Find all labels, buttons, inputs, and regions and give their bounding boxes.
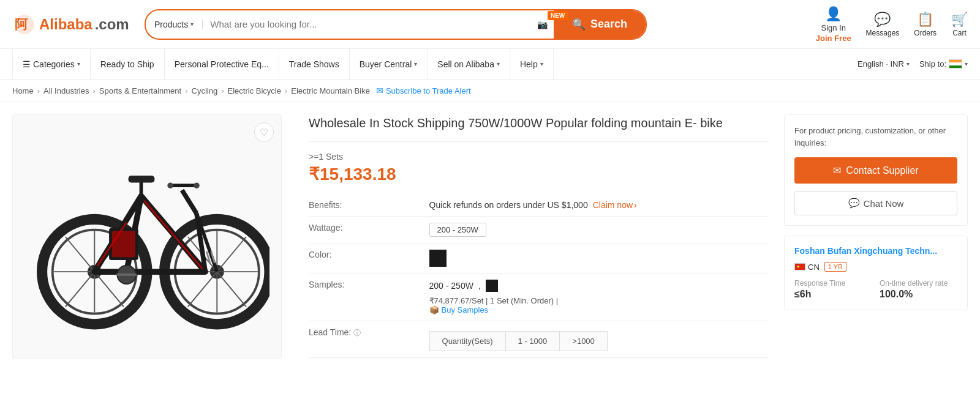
claim-arrow-icon: › [634, 200, 637, 210]
breadcrumb-electric-mountain-bike[interactable]: Electric Mountain Bike [291, 86, 370, 95]
breadcrumb-home[interactable]: Home [12, 86, 34, 95]
lead-time-col-qty: Quantity(Sets) [429, 332, 505, 351]
lead-time-header-row: Quantity(Sets) 1 - 1000 >1000 [429, 332, 607, 351]
color-swatch-black[interactable] [429, 250, 447, 267]
subscribe-label: Subscribe to Trade Alert [386, 86, 471, 95]
messages-action[interactable]: 💬 Messages [866, 12, 900, 37]
product-price: ₹15,133.18 [309, 164, 769, 184]
sign-in-label: Sign In [821, 23, 845, 32]
products-dropdown[interactable]: Products ▾ [146, 20, 203, 29]
samples-label: Samples: [309, 274, 429, 321]
sample-color-swatch[interactable] [486, 280, 498, 292]
trade-shows-label: Trade Shows [289, 59, 339, 69]
cart-action[interactable]: 🛒 Cart [951, 12, 968, 37]
breadcrumb-cycling[interactable]: Cycling [192, 86, 218, 95]
ready-to-ship-label: Ready to Ship [100, 59, 154, 69]
ship-to-chevron-icon: ▾ [965, 61, 968, 67]
search-input[interactable] [203, 19, 531, 29]
svg-text:阿: 阿 [15, 17, 28, 31]
subscribe-trade-alert[interactable]: ✉ Subscribe to Trade Alert [376, 86, 471, 95]
chat-now-button[interactable]: 💬 Chat Now [794, 191, 957, 215]
samples-row: Samples: 200 - 250W , ₹74,877.67/Set | 1… [309, 274, 769, 321]
sell-chevron-icon: ▾ [497, 61, 500, 67]
buyer-central-nav[interactable]: Buyer Central ▾ [350, 49, 428, 79]
ready-to-ship-nav[interactable]: Ready to Ship [91, 49, 165, 79]
header-actions: 👤 Sign In Join Free 💬 Messages 📋 Orders … [816, 6, 968, 43]
delivery-rate-stat: On-time delivery rate 100.0% [880, 279, 957, 300]
wishlist-button[interactable]: ♡ [254, 122, 274, 142]
header: 阿 Alibaba .com Products ▾ 📷 NEW 🔍 Search… [0, 0, 980, 49]
buy-samples-link[interactable]: 📦 Buy Samples [429, 305, 769, 315]
navbar: ☰ Categories ▾ Ready to Ship Personal Pr… [0, 49, 980, 80]
breadcrumb-electric-bicycle[interactable]: Electric Bicycle [228, 86, 281, 95]
logo-text: Alibaba [39, 16, 92, 33]
product-image [24, 133, 270, 341]
min-order: >=1 Sets [309, 152, 769, 162]
chat-now-label: Chat Now [864, 198, 904, 209]
samples-value: 200 - 250W , ₹74,877.67/Set | 1 Set (Min… [429, 274, 769, 321]
supplier-stats: Response Time ≤6h On-time delivery rate … [794, 279, 957, 300]
sign-in-action[interactable]: 👤 Sign In Join Free [816, 6, 851, 43]
samples-line1: 200 - 250W , [429, 280, 769, 292]
sell-on-alibaba-label: Sell on Alibaba [437, 59, 494, 69]
ppe-nav[interactable]: Personal Protective Eq... [165, 49, 279, 79]
breadcrumb: Home › All Industries › Sports & Enterta… [0, 80, 980, 102]
wattage-value: 200 - 250W [429, 217, 769, 244]
ship-to-label: Ship to: [919, 59, 946, 69]
orders-icon: 📋 [917, 12, 933, 28]
trade-shows-nav[interactable]: Trade Shows [279, 49, 350, 79]
claim-label: Claim now [593, 200, 633, 210]
inquiry-text: For product pricing, customization, or o… [794, 125, 957, 149]
svg-line-20 [182, 190, 197, 214]
help-chevron-icon: ▾ [540, 61, 543, 67]
lead-time-text: Lead Time: [309, 327, 351, 337]
categories-nav[interactable]: ☰ Categories ▾ [12, 49, 91, 79]
lead-time-table: Quantity(Sets) 1 - 1000 >1000 [429, 331, 608, 351]
response-time-label: Response Time [794, 279, 872, 288]
wattage-badge[interactable]: 200 - 250W [429, 223, 486, 237]
orders-label: Orders [914, 29, 937, 37]
product-image-container: ♡ [12, 114, 282, 359]
help-nav[interactable]: Help ▾ [510, 49, 554, 79]
svg-point-23 [194, 182, 200, 188]
ship-to-selector[interactable]: Ship to: ▾ [919, 59, 968, 69]
new-badge: NEW [548, 11, 568, 20]
year-badge: 1 YR [824, 262, 846, 272]
logo-domain: .com [95, 16, 129, 33]
supplier-name[interactable]: Foshan Bufan Xingchuang Techn... [794, 246, 957, 256]
cart-label: Cart [952, 29, 967, 37]
language-label: English · INR [858, 59, 904, 69]
benefits-content: Quick refunds on orders under US $1,000 … [429, 200, 769, 210]
delivery-rate-value: 100.0% [880, 289, 957, 300]
india-flag-icon [949, 59, 962, 69]
benefits-row: Benefits: Quick refunds on orders under … [309, 194, 769, 217]
logo[interactable]: 阿 Alibaba .com [12, 12, 135, 37]
samples-content: 200 - 250W , ₹74,877.67/Set | 1 Set (Min… [429, 280, 769, 315]
breadcrumb-sep-5: › [285, 86, 287, 95]
country-code: CN [808, 262, 820, 272]
lead-time-value: Quantity(Sets) 1 - 1000 >1000 [429, 321, 769, 358]
envelope-icon: ✉ [833, 165, 841, 176]
breadcrumb-sports[interactable]: Sports & Entertainment [99, 86, 181, 95]
products-chevron-icon: ▾ [190, 21, 194, 28]
benefits-text: Quick refunds on orders under US $1,000 [429, 200, 588, 210]
camera-icon[interactable]: 📷 [531, 20, 554, 29]
response-time-value: ≤6h [794, 289, 872, 300]
claim-now-link[interactable]: Claim now › [593, 200, 637, 210]
orders-action[interactable]: 📋 Orders [914, 12, 937, 37]
svg-point-22 [167, 182, 173, 188]
response-time-stat: Response Time ≤6h [794, 279, 872, 300]
search-button-label: Search [590, 18, 627, 31]
language-selector[interactable]: English · INR ▾ [858, 59, 910, 69]
product-attributes-table: Benefits: Quick refunds on orders under … [309, 194, 769, 358]
lead-time-info-icon: ⓘ [353, 329, 361, 337]
benefits-label: Benefits: [309, 194, 429, 217]
contact-supplier-button[interactable]: ✉ Contact Supplier [794, 157, 957, 184]
chat-icon: 💬 [848, 198, 860, 209]
breadcrumb-all-industries[interactable]: All Industries [43, 86, 89, 95]
categories-label: Categories [33, 59, 75, 69]
hamburger-icon: ☰ [23, 59, 31, 69]
sell-on-alibaba-nav[interactable]: Sell on Alibaba ▾ [428, 49, 510, 79]
cart-icon: 🛒 [951, 12, 968, 28]
supplier-country: CN [794, 262, 820, 272]
